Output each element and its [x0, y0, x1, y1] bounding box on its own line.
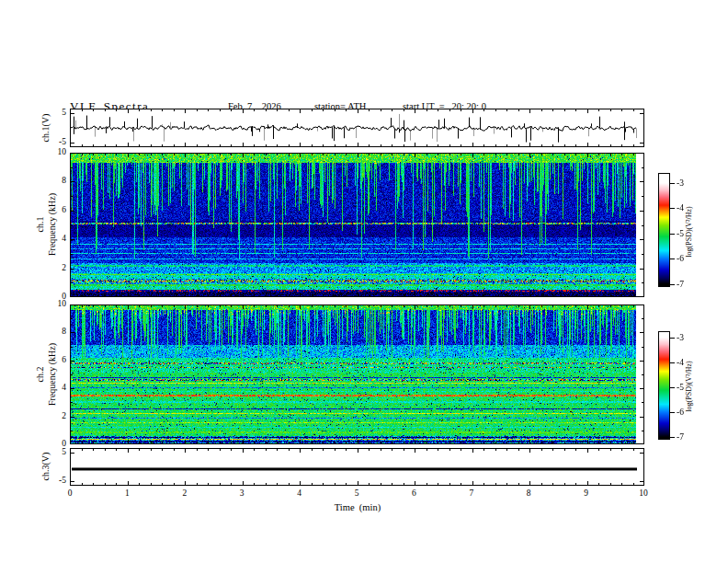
tick-label: 1 — [116, 488, 138, 499]
tick-label: -5 — [677, 229, 695, 239]
tick-label: 2 — [42, 411, 66, 421]
colorbar-1 — [658, 173, 678, 287]
tick-label: 5 — [42, 108, 66, 118]
tick-label: 10 — [632, 488, 654, 499]
tick-label: 8 — [42, 176, 66, 186]
tick-label: 7 — [461, 488, 483, 499]
tick-label: 0 — [59, 488, 81, 499]
tick-label: 8 — [42, 327, 66, 337]
tick-label: -4 — [677, 203, 695, 213]
ch1-spectrogram — [70, 153, 644, 297]
tick-label: 6 — [42, 355, 66, 365]
tick-label: 4 — [289, 488, 311, 499]
tick-label: 8 — [518, 488, 540, 499]
tick-label: -5 — [42, 137, 66, 147]
tick-label: 6 — [403, 488, 425, 499]
ch2-spectrogram — [70, 304, 644, 444]
tick-label: 4 — [42, 383, 66, 393]
time-axis-label: Time (min) — [335, 502, 381, 512]
tick-label: 10 — [42, 147, 66, 157]
tick-label: -5 — [677, 383, 695, 393]
tick-label: 10 — [42, 299, 66, 309]
tick-label: 3 — [231, 488, 253, 499]
spec2-axis-label-channel: ch.2 — [35, 367, 45, 383]
tick-label: -3 — [677, 333, 695, 343]
tick-label: -7 — [677, 280, 695, 290]
tick-label: -5 — [42, 476, 66, 486]
tick-label: -6 — [677, 408, 695, 418]
spec2-axis-label-frequency: Frequency (kHz) — [47, 343, 57, 406]
colorbar-2 — [658, 331, 678, 440]
tick-label: 4 — [42, 234, 66, 244]
spec1-axis-label-frequency: Frequency (kHz) — [47, 193, 57, 256]
tick-label: 6 — [42, 205, 66, 215]
tick-label: 5 — [346, 488, 368, 499]
spec1-axis-label-channel: ch.1 — [35, 217, 45, 233]
tick-label: -6 — [677, 254, 695, 264]
tick-label: -3 — [677, 178, 695, 189]
tick-label: -7 — [677, 432, 695, 442]
ch1-waveform-plot — [70, 109, 644, 147]
tick-label: 9 — [575, 488, 597, 499]
tick-label: 2 — [174, 488, 196, 499]
tick-label: -4 — [677, 358, 695, 368]
ch3-waveform-plot — [70, 448, 644, 486]
vlf-spectra-figure: VLF Spectra Feb. 7 , 2026 station= ATH s… — [0, 0, 728, 563]
tick-label: 2 — [42, 263, 66, 273]
tick-label: 5 — [42, 447, 66, 457]
